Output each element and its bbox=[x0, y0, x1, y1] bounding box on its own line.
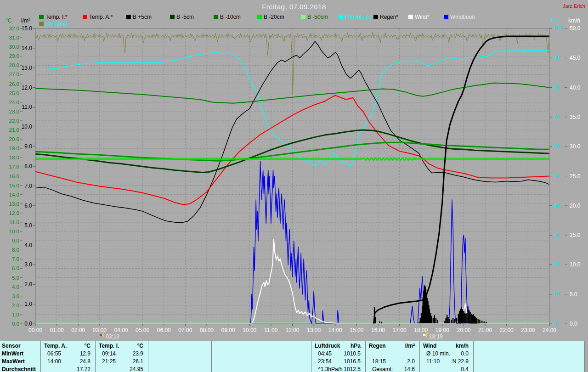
table-divider bbox=[211, 341, 212, 372]
tick-label-hour: 09:00 bbox=[221, 327, 235, 333]
tick-label-liters: 15.0 bbox=[22, 25, 33, 32]
tick-label-celsius: 18.0 bbox=[9, 155, 19, 160]
annotation-03-13: 03:13 bbox=[100, 333, 119, 340]
tick-label-celsius: 24.0 bbox=[9, 100, 19, 105]
table-row-label: MinWert bbox=[2, 350, 23, 357]
tick-label-celsius: 7.0 bbox=[12, 256, 19, 262]
tick-label-kmh: 15.0 bbox=[570, 232, 581, 238]
table-cell-value: 2.0 bbox=[366, 358, 415, 365]
tick-label-kmh: 20.0 bbox=[570, 203, 581, 209]
tick-label-celsius: 29.0 bbox=[9, 53, 19, 59]
table-cell-value: 26.1 bbox=[96, 358, 143, 365]
table-cell-value: 23.9 bbox=[96, 350, 143, 357]
tick-label-kmh: 0.0 bbox=[570, 321, 577, 327]
tick-label-hour: 13:00 bbox=[307, 327, 321, 333]
tick-label-celsius: 30.0 bbox=[9, 44, 19, 50]
table-cell-value: N 22.9 bbox=[420, 358, 469, 365]
tick-label-hour: 18:00 bbox=[414, 327, 428, 333]
tick-label-celsius: 11.0 bbox=[9, 220, 19, 225]
table-divider bbox=[473, 341, 474, 372]
table-col-unit: °C bbox=[96, 343, 143, 349]
tick-label-kmh: 25.0 bbox=[570, 173, 581, 180]
tick-label-celsius: 12.0 bbox=[9, 210, 19, 216]
tick-label-celsius: 25.0 bbox=[9, 90, 19, 96]
tick-label-liters: 7.0 bbox=[24, 183, 32, 189]
table-cell-value: 14.6 bbox=[366, 366, 415, 372]
tick-label-liters: 12.0 bbox=[22, 85, 33, 91]
tick-label-celsius: 13.0 bbox=[9, 201, 19, 207]
stats-table: SensorMinWertMaxWertDurchschnittTemp. A.… bbox=[0, 341, 585, 372]
tick-label-liters: 14.0 bbox=[22, 45, 33, 51]
tick-label-hour: 04:00 bbox=[114, 327, 128, 333]
tick-label-celsius: 5.0 bbox=[12, 275, 19, 281]
tick-label-celsius: 32.0 bbox=[9, 26, 19, 31]
tick-label-hour: 14:00 bbox=[328, 327, 342, 333]
table-row-label: Sensor bbox=[2, 343, 21, 349]
table-col-unit: °C bbox=[41, 343, 90, 349]
tick-label-kmh: 5.0 bbox=[570, 291, 577, 298]
tick-label-hour: 12:00 bbox=[285, 327, 299, 333]
tick-label-celsius: 28.0 bbox=[9, 62, 19, 68]
tick-label-celsius: 2.0 bbox=[12, 303, 19, 308]
annotation-time-label: 18:19 bbox=[429, 333, 443, 340]
table-divider bbox=[148, 341, 148, 372]
tick-label-liters: 3.0 bbox=[24, 261, 32, 268]
tick-label-liters: 8.0 bbox=[24, 163, 32, 169]
tick-label-celsius: 9.0 bbox=[12, 238, 19, 243]
tick-label-percent: 50 bbox=[554, 173, 560, 180]
table-cell-value: 0.0 bbox=[420, 350, 469, 357]
tick-label-hour: 10:00 bbox=[243, 327, 256, 333]
tick-label-liters: 5.0 bbox=[24, 222, 32, 229]
tick-label-liters: 11.0 bbox=[22, 104, 33, 110]
tick-label-celsius: 27.0 bbox=[9, 72, 19, 77]
tick-label-celsius: 4.0 bbox=[12, 284, 19, 290]
tick-label-kmh: 50.0 bbox=[570, 25, 581, 32]
tick-label-percent: 10 bbox=[554, 291, 560, 298]
tick-label-liters: 1.0 bbox=[24, 301, 32, 307]
chart-area: 0.01.02.03.04.05.06.07.08.09.010.011.012… bbox=[0, 0, 588, 343]
table-row-label: MaxWert bbox=[2, 358, 25, 365]
tick-label-kmh: 40.0 bbox=[570, 85, 581, 91]
tick-label-kmh: 30.0 bbox=[570, 143, 581, 150]
tick-label-hour: 11:00 bbox=[264, 327, 277, 333]
tick-label-liters: 4.0 bbox=[24, 242, 32, 248]
table-cell-value: 1010.5 bbox=[311, 350, 361, 357]
tick-label-percent: 100 bbox=[554, 25, 563, 32]
tick-label-celsius: 8.0 bbox=[12, 247, 19, 253]
tick-label-percent: 0 bbox=[554, 321, 557, 327]
table-row-label: Durchschnitt bbox=[2, 366, 36, 372]
table-cell-value: 0.4 bbox=[420, 366, 469, 372]
tick-label-liters: 13.0 bbox=[22, 65, 33, 71]
tick-label-percent: 40 bbox=[554, 203, 560, 209]
table-cell-value: 17.72 bbox=[41, 366, 90, 372]
tick-label-hour: 00:00 bbox=[28, 327, 42, 333]
tick-label-celsius: 26.0 bbox=[9, 81, 19, 87]
tick-label-liters: 0.0 bbox=[24, 321, 32, 327]
table-col-unit: hPa bbox=[311, 343, 361, 349]
tick-label-celsius: 1.0 bbox=[12, 312, 19, 317]
annotation-time-label: 03:13 bbox=[106, 333, 119, 340]
tick-label-celsius: 19.0 bbox=[9, 146, 19, 151]
tick-label-celsius: 17.0 bbox=[9, 164, 19, 169]
tick-label-celsius: 15.0 bbox=[9, 183, 19, 188]
tick-label-celsius: 21.0 bbox=[9, 127, 19, 133]
tick-label-celsius: 22.0 bbox=[9, 118, 19, 124]
tick-label-hour: 20:00 bbox=[457, 327, 470, 333]
tick-label-celsius: 14.0 bbox=[9, 192, 19, 197]
tick-label-percent: 90 bbox=[554, 55, 560, 61]
tick-label-celsius: 20.0 bbox=[9, 136, 19, 142]
tick-label-liters: 10.0 bbox=[22, 124, 33, 130]
table-cell-value: 1012.5 bbox=[311, 366, 361, 372]
tick-label-hour: 03:00 bbox=[93, 327, 107, 333]
table-cell-value: 24.8 bbox=[41, 358, 90, 365]
tick-label-hour: 19:00 bbox=[435, 327, 449, 333]
tick-label-hour: 16:00 bbox=[371, 327, 385, 333]
table-cell-value: 1016.5 bbox=[311, 358, 361, 365]
tick-label-celsius: 16.0 bbox=[9, 174, 19, 179]
annotation-18-19: 18:19 bbox=[423, 333, 443, 340]
tick-label-hour: 05:00 bbox=[136, 327, 149, 333]
tick-label-percent: 30 bbox=[554, 232, 560, 238]
tick-label-celsius: 6.0 bbox=[12, 265, 19, 271]
tick-label-hour: 08:00 bbox=[200, 327, 214, 333]
tick-label-celsius: 23.0 bbox=[9, 109, 19, 114]
